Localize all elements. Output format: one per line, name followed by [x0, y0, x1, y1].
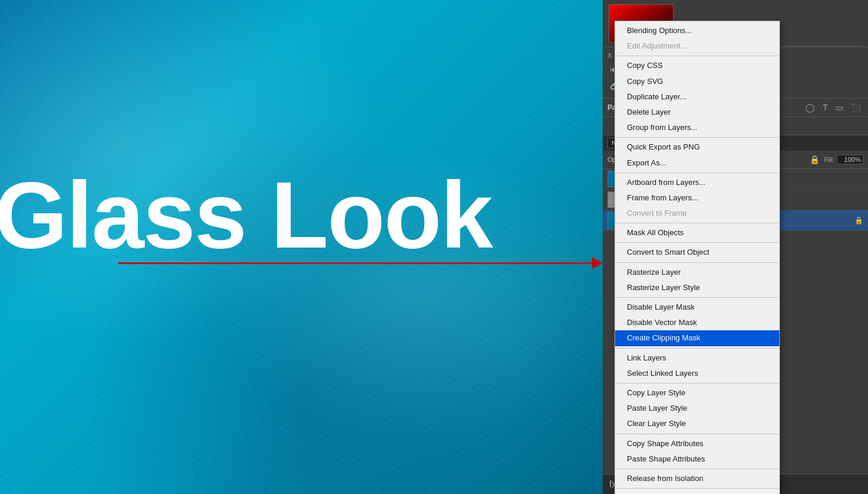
menu-item-link-layers[interactable]: Link Layers [615, 350, 779, 366]
menu-separator-after-mask-all-objects [615, 242, 779, 243]
menu-separator-after-convert-to-frame [615, 223, 779, 223]
fill-label: Fill: [824, 156, 834, 163]
menu-item-create-clipping-mask[interactable]: Create Clipping Mask [615, 330, 779, 346]
menu-item-artboard-from-layers[interactable]: Artboard from Layers... [615, 175, 779, 190]
menu-item-copy-shape-attributes[interactable]: Copy Shape Attributes [615, 436, 779, 451]
menu-item-clear-layer-style[interactable]: Clear Layer Style [615, 416, 779, 431]
menu-item-frame-from-layers[interactable]: Frame from Layers... [615, 190, 779, 206]
arrow-indicator [118, 254, 603, 272]
menu-item-release-from-isolation[interactable]: Release from Isolation [615, 471, 779, 486]
menu-separator-after-clear-layer-style [615, 434, 779, 434]
menu-item-export-as[interactable]: Export As... [615, 155, 779, 171]
menu-separator-after-select-linked-layers [615, 383, 779, 384]
paths-rect-btn[interactable]: ▭ [833, 102, 846, 113]
menu-item-convert-to-frame[interactable]: Convert to Frame [615, 206, 779, 221]
arrow-head [592, 257, 603, 269]
menu-item-copy-layer-style[interactable]: Copy Layer Style [615, 385, 779, 401]
menu-item-group-from-layers[interactable]: Group from Layers... [615, 120, 779, 135]
menu-item-convert-to-smart-object[interactable]: Convert to Smart Object [615, 245, 779, 260]
menu-item-delete-layer[interactable]: Delete Layer [615, 105, 779, 120]
menu-separator-after-convert-to-smart-object [615, 262, 779, 263]
menu-item-disable-vector-mask[interactable]: Disable Vector Mask [615, 315, 779, 330]
menu-separator-after-rasterize-layer-style [615, 297, 779, 298]
menu-item-copy-svg[interactable]: Copy SVG [615, 74, 779, 89]
context-menu: Blending Options...Edit Adjustment...Cop… [615, 21, 780, 494]
menu-item-mask-all-objects[interactable]: Mask All Objects [615, 225, 779, 240]
menu-item-duplicate-layer[interactable]: Duplicate Layer... [615, 89, 779, 105]
paths-icons: ◯ T ▭ ⬛ [803, 102, 863, 113]
menu-item-copy-css[interactable]: Copy CSS [615, 58, 779, 73]
lock-transparent-btn[interactable]: 🔒 [807, 154, 822, 165]
menu-separator-after-export-as [615, 173, 779, 173]
canvas-text: Glass Look [0, 161, 492, 269]
menu-separator-after-paste-shape-attributes [615, 469, 779, 469]
menu-item-disable-layer-mask[interactable]: Disable Layer Mask [615, 300, 779, 315]
menu-separator-after-release-from-isolation [615, 488, 779, 489]
menu-item-edit-adjustment[interactable]: Edit Adjustment... [615, 38, 779, 54]
paths-mask-btn[interactable]: ⬛ [849, 102, 863, 113]
paths-text-btn[interactable]: T [820, 102, 830, 113]
menu-separator-after-edit-adjustment [615, 56, 779, 56]
menu-item-select-linked-layers[interactable]: Select Linked Layers [615, 366, 779, 381]
menu-item-blending-options[interactable]: Blending Options... [615, 23, 779, 38]
menu-separator-after-group-from-layers [615, 137, 779, 138]
lock-icon: 🔒 [854, 216, 863, 225]
menu-item-rasterize-layer-style[interactable]: Rasterize Layer Style [615, 280, 779, 295]
fill-input[interactable] [837, 155, 863, 164]
menu-item-paste-layer-style[interactable]: Paste Layer Style [615, 401, 779, 416]
arrow-line [118, 262, 592, 264]
menu-item-quick-export-png[interactable]: Quick Export as PNG [615, 139, 779, 155]
canvas-area: Glass Look [0, 0, 603, 494]
menu-item-rasterize-layer[interactable]: Rasterize Layer [615, 265, 779, 280]
menu-item-paste-shape-attributes[interactable]: Paste Shape Attributes [615, 451, 779, 467]
menu-separator-after-create-clipping-mask [615, 348, 779, 349]
paths-circle-btn[interactable]: ◯ [803, 102, 817, 113]
menu-item-merge-layers[interactable]: Merge Layers [615, 490, 779, 494]
